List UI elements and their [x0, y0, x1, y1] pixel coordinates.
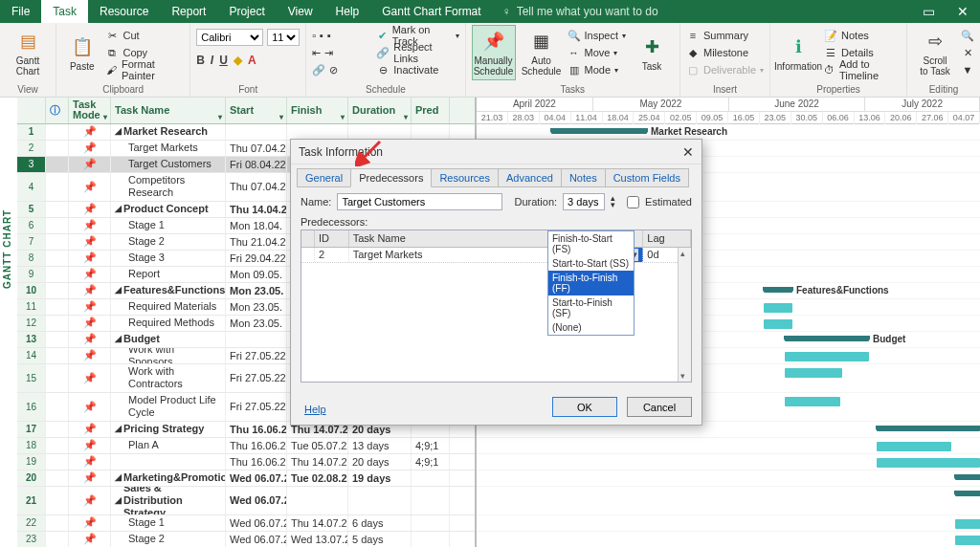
- task-name-cell[interactable]: Stage 2: [111, 234, 226, 250]
- gantt-bar[interactable]: [764, 287, 792, 293]
- menu-help[interactable]: Help: [324, 0, 371, 23]
- tab-general[interactable]: General: [297, 168, 351, 187]
- start-cell[interactable]: Thu 07.04.22: [226, 141, 287, 156]
- tab-resources[interactable]: Resources: [431, 168, 499, 187]
- finish-cell[interactable]: Tue 02.08.22: [287, 470, 348, 486]
- task-mode-cell[interactable]: 📌: [69, 422, 111, 437]
- task-name-cell[interactable]: ◢Sales & Distribution Strategy: [111, 487, 226, 514]
- task-name-cell[interactable]: Plan A: [111, 438, 226, 453]
- task-name-cell[interactable]: [111, 454, 226, 470]
- timeline-row[interactable]: [477, 487, 980, 515]
- gantt-bar[interactable]: [551, 128, 647, 134]
- menu-gantt-chart-format[interactable]: Gantt Chart Format: [370, 0, 492, 23]
- dialog-titlebar[interactable]: Task Information ✕: [291, 140, 702, 164]
- task-name-cell[interactable]: Required Methods: [111, 316, 226, 331]
- start-cell[interactable]: Fri 08.04.22: [226, 157, 287, 172]
- link-button[interactable]: 🔗: [312, 64, 325, 77]
- pred-scrollbar[interactable]: [678, 248, 691, 382]
- task-mode-cell[interactable]: 📌: [69, 218, 111, 233]
- row-number[interactable]: 21: [17, 487, 46, 514]
- pred-cell[interactable]: [412, 487, 450, 514]
- duration-input[interactable]: [563, 193, 605, 210]
- duration-cell[interactable]: 20 days: [348, 454, 412, 470]
- gantt-bar[interactable]: [764, 319, 792, 329]
- row-number[interactable]: 8: [17, 251, 46, 266]
- start-cell[interactable]: Thu 16.06.22: [226, 438, 287, 453]
- start-cell[interactable]: Thu 14.04.2: [226, 202, 287, 217]
- bold-button[interactable]: B: [196, 54, 205, 67]
- estimated-checkbox[interactable]: [627, 196, 639, 208]
- gantt-bar[interactable]: [764, 303, 792, 313]
- task-mode-cell[interactable]: 📌: [69, 438, 111, 453]
- gantt-bar[interactable]: [955, 491, 980, 496]
- row-number[interactable]: 6: [17, 218, 46, 233]
- table-row[interactable]: 20📌◢Marketing&PromotionWed 06.07.22Tue 0…: [17, 470, 475, 487]
- tab-notes[interactable]: Notes: [561, 168, 606, 187]
- gantt-bar[interactable]: [785, 352, 869, 361]
- pred-cell[interactable]: [412, 515, 450, 531]
- task-name-cell[interactable]: ◢Marketing&Promotion: [111, 470, 226, 486]
- task-name-cell[interactable]: Stage 2: [111, 532, 226, 547]
- move-button[interactable]: ↔Move▾: [568, 45, 626, 60]
- task-name-cell[interactable]: Report: [111, 267, 226, 282]
- task-mode-cell[interactable]: 📌: [69, 124, 111, 140]
- help-link[interactable]: Help: [304, 404, 326, 415]
- row-number[interactable]: 18: [17, 438, 46, 453]
- start-cell[interactable]: Mon 09.05.: [226, 267, 287, 282]
- row-number[interactable]: 3: [17, 157, 46, 172]
- timeline-row[interactable]: [477, 470, 980, 487]
- mode-button[interactable]: ▥Mode▾: [568, 62, 626, 77]
- task-name-cell[interactable]: Target Customers: [111, 157, 226, 172]
- menu-project[interactable]: Project: [217, 0, 276, 23]
- task-mode-cell[interactable]: 📌: [69, 283, 111, 298]
- indent-button[interactable]: ⇥: [324, 47, 333, 59]
- task-mode-cell[interactable]: 📌: [69, 393, 111, 421]
- start-cell[interactable]: Thu 07.04.22: [226, 173, 287, 201]
- task-name-cell[interactable]: Required Materials: [111, 299, 226, 315]
- close-icon[interactable]: ✕: [946, 4, 980, 19]
- unlink-button[interactable]: ⊘: [329, 64, 338, 77]
- dropdown-option[interactable]: (None): [548, 320, 634, 335]
- task-name-cell[interactable]: Target Markets: [111, 141, 226, 156]
- task-name-cell[interactable]: Competitors Research: [111, 173, 226, 201]
- task-name-input[interactable]: [337, 193, 502, 210]
- start-header[interactable]: Start▾: [226, 98, 287, 123]
- scroll-to-task-button[interactable]: ⇨ Scroll to Task: [913, 25, 957, 80]
- row-number[interactable]: 11: [17, 299, 46, 315]
- tab-custom-fields[interactable]: Custom Fields: [605, 168, 689, 187]
- row-number[interactable]: 4: [17, 173, 46, 201]
- font-size-select[interactable]: 11: [267, 29, 300, 46]
- fill-color-button[interactable]: ◆: [234, 54, 242, 67]
- finish-cell[interactable]: Tue 05.07.22: [287, 438, 348, 453]
- gantt-bar[interactable]: [955, 536, 980, 545]
- duration-cell[interactable]: 6 days: [348, 515, 412, 531]
- duration-cell[interactable]: 5 days: [348, 532, 412, 547]
- pct-50[interactable]: ▪: [327, 30, 331, 41]
- start-cell[interactable]: Wed 06.07.22: [226, 487, 287, 514]
- task-name-cell[interactable]: Model Product Life Cycle: [111, 393, 226, 421]
- start-cell[interactable]: Fri 27.05.22: [226, 348, 287, 363]
- gantt-bar[interactable]: [877, 442, 951, 451]
- task-mode-cell[interactable]: 📌: [69, 470, 111, 486]
- duration-spinner[interactable]: ▴▾: [611, 195, 615, 208]
- table-row[interactable]: 23📌Stage 2Wed 06.07.22Wed 13.07.225 days: [17, 532, 475, 547]
- row-number[interactable]: 14: [17, 348, 46, 363]
- deliverable-button[interactable]: ▢Deliverable▾: [686, 62, 764, 77]
- cancel-button[interactable]: Cancel: [627, 397, 692, 417]
- clear-button[interactable]: ✕: [961, 45, 974, 60]
- italic-button[interactable]: I: [211, 54, 213, 67]
- gantt-bar[interactable]: [877, 426, 980, 431]
- start-cell[interactable]: Wed 06.07.22: [226, 515, 287, 531]
- find-button[interactable]: 🔍: [961, 28, 974, 43]
- task-name-cell[interactable]: Work with Contractors: [111, 364, 226, 392]
- task-name-header[interactable]: Task Name▾: [111, 98, 226, 123]
- menu-report[interactable]: Report: [160, 0, 217, 23]
- task-mode-cell[interactable]: 📌: [69, 532, 111, 547]
- start-cell[interactable]: Fri 29.04.22: [226, 251, 287, 266]
- start-cell[interactable]: Thu 16.06.22: [226, 422, 287, 437]
- task-mode-cell[interactable]: 📌: [69, 316, 111, 331]
- font-color-button[interactable]: A: [248, 54, 256, 67]
- inactivate-button[interactable]: ⊖Inactivate: [376, 62, 458, 77]
- duration-cell[interactable]: 13 days: [348, 438, 412, 453]
- indicator-header[interactable]: ⓘ: [46, 98, 69, 123]
